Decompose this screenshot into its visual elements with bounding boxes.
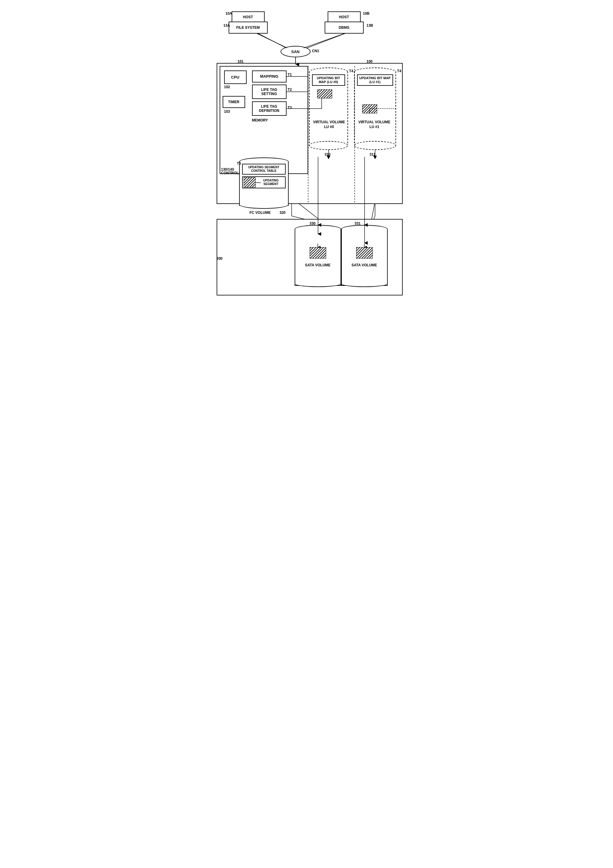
- cpu-box: CPU: [224, 70, 247, 84]
- hatch-lu0: [317, 89, 332, 98]
- label-103: 103: [224, 110, 230, 114]
- mapping-box: MAPPING: [252, 70, 287, 82]
- sata331-hatch-container: [356, 247, 372, 259]
- label-10b: 10B: [363, 11, 370, 16]
- label-102: 102: [224, 85, 230, 89]
- label-200: 200: [217, 256, 223, 260]
- sata331-arrow: [362, 243, 367, 248]
- sata330-arrow: [315, 243, 320, 248]
- t2-label: T2: [288, 88, 292, 92]
- label-13a: 13A: [223, 23, 230, 28]
- label-101: 101: [237, 59, 244, 64]
- main-diagram: HOST FILE SYSTEM 10A 13A HOST DBMS 10B 1…: [208, 6, 406, 300]
- vv-lu0-bottom: [309, 141, 348, 150]
- t4b-label: T4: [397, 69, 402, 73]
- sata330-hatch-container: [310, 247, 326, 259]
- dbms-box: DBMS: [325, 22, 364, 34]
- life-tag-setting-box: LIFE TAG SETTING: [252, 85, 287, 99]
- sata331-body: SATA VOLUME: [341, 229, 388, 286]
- hatch-fc: [244, 177, 256, 188]
- updating-bitmap-lu0-box: UPDATING BIT MAP (LU #0): [312, 74, 345, 86]
- vv-lu1-label: VIRTUAL VOLUME LU #1: [357, 120, 393, 129]
- svg-line-28: [304, 34, 344, 48]
- label-311: 311: [370, 152, 376, 157]
- host-a-box: HOST: [232, 11, 265, 23]
- file-system-box: FILE SYSTEM: [229, 22, 268, 34]
- label-13b: 13B: [367, 23, 373, 28]
- sata330-body: SATA VOLUME: [295, 229, 341, 286]
- hatch-lu1: [362, 104, 377, 113]
- fc-arrow: [255, 181, 261, 185]
- t1-label: T1: [288, 73, 292, 77]
- updating-bitmap-lu1-box: UPDATING BIT MAP (LU #1): [357, 74, 393, 86]
- label-100: 100: [367, 59, 372, 64]
- t3-label: T3: [288, 105, 292, 110]
- fc-vol-bottom-ellipse: [239, 200, 289, 209]
- timer-box: TIMER: [223, 96, 245, 108]
- sata331-bottom: [341, 281, 388, 287]
- sata330-hatch: [310, 247, 326, 259]
- vv-lu1-bottom: [354, 141, 396, 150]
- updating-seg-box: UPDATING SEGMENT: [242, 176, 286, 188]
- svg-line-27: [257, 34, 287, 48]
- label-310: 310: [325, 152, 331, 157]
- life-tag-def-box: LIFE TAG DEFINITION: [252, 101, 287, 116]
- label-10a: 10A: [226, 11, 232, 16]
- san-ellipse: SAN: [281, 46, 310, 57]
- sata331-hatch: [356, 247, 372, 259]
- sata330-bottom: [295, 281, 341, 287]
- updating-seg-ctrl-box: UPDATING SEGMENT CONTROL TABLE: [242, 164, 286, 175]
- t5-label: T5: [237, 161, 241, 166]
- t4a-label: T4: [349, 69, 354, 73]
- label-130-140: 130/140: [221, 167, 234, 172]
- memory-label: MEMORY: [252, 118, 268, 122]
- vv-lu0-body: UPDATING BIT MAP (LU #0): [309, 71, 348, 146]
- fc-vol-label: FC VOLUME: [250, 211, 271, 215]
- vv-lu0-label: VIRTUAL VOLUME LU #0: [313, 120, 346, 129]
- cn1-label: CN1: [312, 49, 319, 53]
- fc-vol-body: UPDATING SEGMENT CONTROL TABLE UPDATING …: [239, 161, 289, 206]
- host-b-box: HOST: [327, 11, 361, 23]
- label-320: 320: [279, 211, 286, 215]
